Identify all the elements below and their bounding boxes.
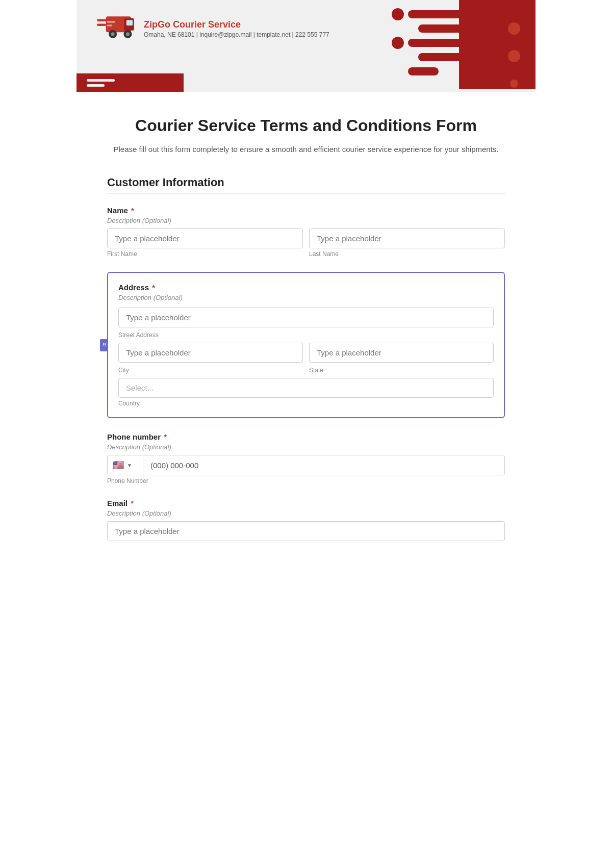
main-content: Courier Service Terms and Conditions For…	[76, 92, 536, 580]
svg-rect-13	[418, 24, 474, 33]
state-sublabel: State	[309, 367, 494, 374]
svg-rect-10	[107, 24, 113, 27]
header-decoration-icon	[377, 0, 536, 89]
svg-rect-12	[408, 10, 474, 18]
first-name-input[interactable]	[107, 228, 303, 248]
email-field-group: Email * Description (Optional)	[107, 499, 505, 541]
name-description: Description (Optional)	[107, 217, 505, 224]
company-info: ZipGo Courier Service Omaha, NE 68101 | …	[144, 19, 329, 38]
name-field-row: First Name Last Name	[107, 228, 505, 258]
first-name-sublabel: First Name	[107, 250, 303, 258]
country-select[interactable]: Select... United States Canada United Ki…	[118, 378, 494, 398]
company-name: ZipGo Courier Service	[144, 19, 329, 30]
section-customer-title: Customer Information	[107, 176, 505, 194]
city-state-row: City State	[118, 343, 494, 374]
phone-flag-selector[interactable]: 🇺🇸 ▼	[108, 455, 143, 475]
us-flag-icon: 🇺🇸	[113, 459, 124, 471]
street-sublabel: Street Address	[118, 331, 494, 339]
svg-point-6	[111, 32, 115, 36]
company-details: Omaha, NE 68101 | inquire@zipgo.mail | t…	[144, 31, 329, 38]
country-row: Select... United States Canada United Ki…	[118, 378, 494, 407]
phone-input-wrapper: 🇺🇸 ▼	[107, 455, 505, 475]
name-field-group: Name * Description (Optional) First Name…	[107, 206, 505, 258]
last-name-input[interactable]	[309, 228, 505, 248]
svg-point-20	[508, 50, 520, 62]
phone-sublabel: Phone Number	[107, 477, 505, 484]
address-block: ⠿ Address * Description (Optional) Stree…	[107, 272, 505, 418]
city-sublabel: City	[118, 367, 303, 374]
svg-rect-4	[126, 20, 133, 25]
svg-point-18	[392, 37, 404, 49]
chevron-down-icon: ▼	[127, 463, 132, 468]
last-name-wrapper: Last Name	[309, 228, 505, 258]
header: ZipGo Courier Service Omaha, NE 68101 | …	[76, 0, 536, 92]
bar-line-1	[87, 79, 115, 82]
city-input[interactable]	[118, 343, 303, 363]
street-address-input[interactable]	[118, 308, 494, 327]
bar-line-2	[87, 84, 105, 87]
svg-point-19	[508, 22, 520, 35]
address-description: Description (Optional)	[118, 294, 494, 301]
email-label: Email *	[107, 499, 505, 507]
svg-rect-16	[408, 67, 439, 75]
phone-field-group: Phone number * Description (Optional) 🇺🇸…	[107, 432, 505, 484]
first-name-wrapper: First Name	[107, 228, 303, 258]
svg-rect-15	[418, 53, 474, 61]
drag-handle-icon[interactable]: ⠿	[100, 339, 108, 351]
header-bar-lines	[87, 79, 115, 87]
phone-label: Phone number *	[107, 432, 505, 441]
state-wrapper: State	[309, 343, 494, 374]
page-title: Courier Service Terms and Conditions For…	[107, 116, 505, 135]
header-bottom-bar	[76, 73, 184, 92]
truck-logo-icon	[97, 12, 138, 43]
svg-point-21	[510, 80, 518, 88]
svg-point-8	[126, 32, 130, 36]
state-input[interactable]	[309, 343, 494, 363]
city-wrapper: City	[118, 343, 303, 374]
email-input[interactable]	[107, 521, 505, 541]
phone-number-input[interactable]	[143, 455, 504, 475]
country-sublabel: Country	[118, 400, 494, 407]
svg-rect-1	[97, 23, 106, 25]
svg-rect-9	[107, 21, 115, 23]
email-description: Description (Optional)	[107, 509, 505, 517]
svg-rect-14	[408, 39, 474, 47]
svg-point-17	[392, 8, 404, 20]
last-name-sublabel: Last Name	[309, 250, 505, 258]
address-label: Address *	[118, 283, 494, 292]
phone-description: Description (Optional)	[107, 443, 505, 451]
name-label: Name *	[107, 206, 505, 215]
page-subtitle: Please fill out this form completely to …	[107, 143, 505, 156]
